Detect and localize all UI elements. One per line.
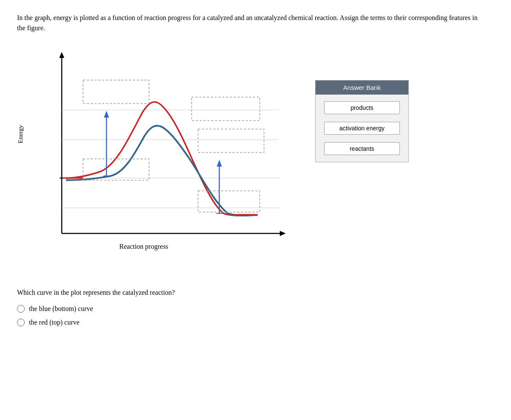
answer-item-activation-energy[interactable]: activation energy <box>324 122 400 135</box>
svg-rect-21 <box>83 159 149 180</box>
answer-item-reactants[interactable]: reactants <box>324 142 400 155</box>
main-content: Energy <box>17 46 494 263</box>
question-section: Which curve in the plot represents the c… <box>17 289 494 326</box>
radio-option-blue[interactable]: the blue (bottom) curve <box>17 305 494 313</box>
question-text: Which curve in the plot represents the c… <box>17 289 494 296</box>
svg-marker-16 <box>217 160 222 167</box>
x-axis-label: Reaction progress <box>119 243 168 250</box>
radio-circle-red[interactable] <box>17 319 25 326</box>
reaction-graph <box>32 46 296 255</box>
svg-rect-20 <box>198 191 260 212</box>
radio-circle-blue[interactable] <box>17 305 25 313</box>
radio-label-blue: the blue (bottom) curve <box>29 305 93 313</box>
svg-rect-22 <box>83 80 149 104</box>
svg-rect-18 <box>192 97 260 121</box>
svg-rect-19 <box>198 129 264 152</box>
answer-bank-header: Answer Bank <box>316 81 408 95</box>
answer-item-products[interactable]: products <box>324 101 400 114</box>
radio-label-red: the red (top) curve <box>29 319 80 326</box>
answer-bank: Answer Bank products activation energy r… <box>315 80 409 162</box>
answer-bank-body: products activation energy reactants <box>316 95 408 162</box>
graph-area: Energy <box>17 46 298 263</box>
svg-marker-3 <box>280 231 286 236</box>
radio-option-red[interactable]: the red (top) curve <box>17 319 494 326</box>
svg-marker-13 <box>104 111 109 118</box>
intro-text: In the graph, energy is plotted as a fun… <box>17 13 485 33</box>
y-axis-label: Energy <box>17 125 24 143</box>
svg-marker-1 <box>59 52 64 58</box>
